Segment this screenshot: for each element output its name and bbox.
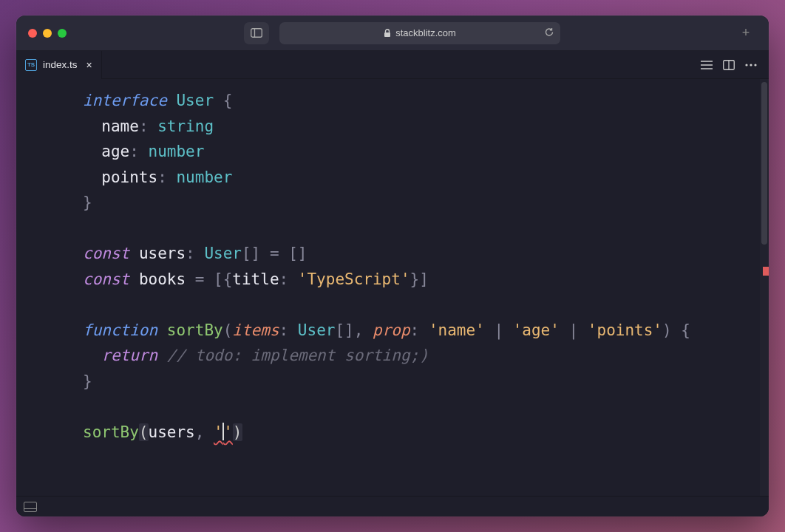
- svg-point-5: [745, 64, 747, 66]
- svg-point-7: [754, 64, 756, 66]
- more-actions-icon[interactable]: [745, 59, 757, 71]
- kw-const: const: [83, 245, 129, 262]
- brace-close: }: [83, 194, 92, 211]
- type-user3: User: [298, 321, 336, 339]
- eq-bracket: = [{: [186, 270, 232, 288]
- type-user: User: [176, 92, 214, 109]
- lit-points: 'points': [588, 321, 662, 339]
- type-number: number: [149, 143, 205, 160]
- kw-function: function: [83, 321, 157, 339]
- brace-open: {: [214, 92, 232, 109]
- minimize-window-button[interactable]: [43, 29, 52, 38]
- reload-button[interactable]: [544, 27, 554, 39]
- tab-close-button[interactable]: ×: [86, 59, 92, 71]
- tabbar-actions: [701, 59, 763, 71]
- arg-users: users: [149, 423, 195, 441]
- tab-filename: index.ts: [43, 59, 78, 70]
- empty-string-arg: '': [214, 423, 233, 441]
- kw-interface: interface: [83, 92, 167, 109]
- brace-close2: }: [83, 372, 92, 390]
- close-window-button[interactable]: [28, 29, 37, 38]
- error-marker[interactable]: [763, 267, 769, 276]
- fn-sortby: sortBy: [167, 321, 223, 339]
- prop-name: name: [101, 117, 139, 135]
- traffic-lights: [28, 29, 67, 38]
- sidebar-icon: [251, 28, 262, 38]
- type-string: string: [157, 117, 214, 135]
- prop-points: points: [101, 168, 157, 186]
- call-sortby: sortBy: [83, 423, 139, 441]
- param-items: items: [232, 321, 279, 339]
- paren-close-hl: ): [233, 423, 242, 441]
- maximize-window-button[interactable]: [58, 29, 67, 38]
- svg-point-6: [750, 64, 752, 66]
- panel-toggle-icon[interactable]: [24, 502, 37, 512]
- kw-const2: const: [83, 270, 129, 288]
- bottom-bar: [16, 496, 769, 516]
- editor-tab-indexts[interactable]: TS index.ts ×: [16, 51, 102, 79]
- new-tab-button[interactable]: +: [735, 22, 757, 44]
- type-number2: number: [176, 168, 232, 186]
- split-editor-icon[interactable]: [723, 59, 735, 71]
- param-prop: prop: [373, 321, 410, 339]
- scrollbar-thumb[interactable]: [761, 82, 767, 245]
- var-books: books: [139, 270, 186, 288]
- comment-todo: // todo: implement sorting;): [167, 347, 429, 364]
- svg-rect-2: [384, 33, 390, 37]
- code-editor[interactable]: interface User { name: string age: numbe…: [16, 79, 769, 496]
- prop-age: age: [101, 143, 129, 160]
- typescript-file-icon: TS: [25, 59, 37, 71]
- code-content: interface User { name: string age: numbe…: [16, 79, 769, 445]
- kw-return: return: [101, 347, 157, 364]
- titlebar: stackblitz.com +: [16, 16, 769, 51]
- lock-icon: [384, 29, 391, 38]
- editor-scrollbar[interactable]: [760, 79, 769, 496]
- editor-tabbar: TS index.ts ×: [16, 51, 769, 79]
- lit-age: 'age': [513, 321, 560, 339]
- lit-name: 'name': [429, 321, 485, 339]
- type-user2: User: [204, 245, 242, 262]
- address-host: stackblitz.com: [395, 27, 456, 38]
- var-users: users: [139, 245, 186, 262]
- browser-window: stackblitz.com + TS index.ts ×: [16, 16, 769, 516]
- key-title: title: [232, 270, 279, 288]
- svg-rect-0: [251, 29, 262, 38]
- menu-icon[interactable]: [701, 59, 713, 71]
- array-init: [] = []: [242, 245, 307, 262]
- str-typescript: 'TypeScript': [298, 270, 410, 288]
- sidebar-toggle-button[interactable]: [244, 22, 269, 44]
- paren-open-hl: (: [139, 423, 149, 441]
- address-bar[interactable]: stackblitz.com: [279, 22, 560, 44]
